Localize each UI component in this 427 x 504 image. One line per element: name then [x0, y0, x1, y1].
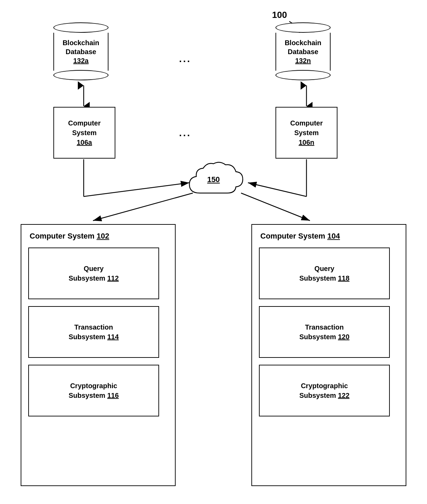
- ts-120-label: Transaction Subsystem 120: [299, 322, 350, 342]
- cyl-bottom-right: [275, 70, 331, 80]
- cs-106n-label: Computer System 106n: [290, 118, 323, 147]
- query-subsystem-118: Query Subsystem 118: [259, 248, 390, 299]
- query-subsystem-112: Query Subsystem 112: [28, 248, 159, 299]
- computer-system-104: Computer System 104 Query Subsystem 118 …: [251, 224, 406, 486]
- svg-line-10: [93, 193, 193, 221]
- dots-top: ...: [179, 53, 191, 64]
- cyl-top-right: [275, 22, 331, 33]
- computer-system-106n: Computer System 106n: [275, 107, 337, 159]
- cryptographic-subsystem-116: Cryptographic Subsystem 116: [28, 365, 159, 416]
- cyl-top-left: [53, 22, 108, 33]
- blockchain-db-right-label: Blockchain Database 132n: [283, 36, 323, 68]
- computer-system-106a: Computer System 106a: [53, 107, 115, 159]
- svg-line-9: [248, 183, 306, 196]
- svg-line-11: [241, 193, 310, 221]
- dots-middle: ...: [179, 128, 191, 139]
- computer-system-102: Computer System 102 Query Subsystem 112 …: [21, 224, 176, 486]
- cs-116-label: Cryptographic Subsystem 116: [69, 381, 119, 400]
- network-cloud: 150: [179, 159, 248, 207]
- ts-114-label: Transaction Subsystem 114: [69, 322, 119, 342]
- cs-122-label: Cryptographic Subsystem 122: [299, 381, 350, 400]
- cloud-svg: 150: [179, 159, 248, 207]
- svg-text:150: 150: [207, 175, 220, 184]
- qs-118-label: Query Subsystem 118: [299, 264, 350, 283]
- cyl-body-left: Blockchain Database 132a: [53, 33, 108, 71]
- cs-104-title: Computer System 104: [259, 232, 340, 241]
- cryptographic-subsystem-122: Cryptographic Subsystem 122: [259, 365, 390, 416]
- blockchain-db-right: Blockchain Database 132n: [275, 22, 331, 80]
- cs-106a-label: Computer System 106a: [68, 118, 101, 147]
- cyl-body-right: Blockchain Database 132n: [275, 33, 331, 71]
- diagram: 100 Blockchain Database 132a Blockchain …: [0, 0, 427, 504]
- cyl-bottom-left: [53, 70, 108, 80]
- blockchain-db-left-label: Blockchain Database 132a: [61, 36, 101, 68]
- cs-102-title: Computer System 102: [28, 232, 109, 241]
- transaction-subsystem-120: Transaction Subsystem 120: [259, 306, 390, 358]
- qs-112-label: Query Subsystem 112: [69, 264, 119, 283]
- ref-100-label: 100: [272, 10, 287, 20]
- transaction-subsystem-114: Transaction Subsystem 114: [28, 306, 159, 358]
- svg-line-7: [84, 183, 189, 196]
- blockchain-db-left: Blockchain Database 132a: [53, 22, 108, 80]
